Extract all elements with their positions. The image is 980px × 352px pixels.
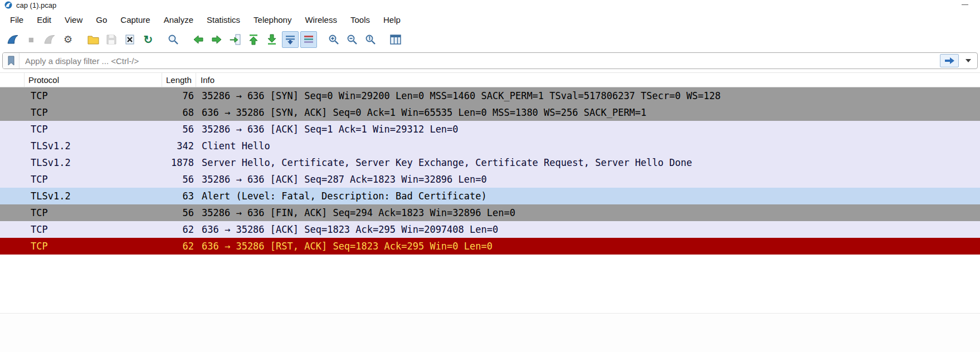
- bookmark-icon: [7, 56, 15, 66]
- close-file-button[interactable]: [121, 31, 138, 48]
- packet-protocol: TLSv1.2: [0, 154, 162, 171]
- zoom-out-button[interactable]: [344, 31, 360, 48]
- gear-icon: ⚙: [64, 35, 72, 45]
- packet-length: 68: [162, 104, 194, 121]
- go-to-packet-icon: [229, 33, 241, 46]
- zoom-in-button[interactable]: [325, 31, 342, 48]
- folder-icon: [87, 35, 99, 45]
- go-forward-button[interactable]: [208, 31, 225, 48]
- zoom-original-button[interactable]: [362, 31, 379, 48]
- colorize-icon: [303, 35, 314, 45]
- packet-list: Protocol Length Info TCP 76 35286 → 636 …: [0, 72, 980, 255]
- stop-capture-button[interactable]: ■: [23, 31, 40, 48]
- auto-scroll-button[interactable]: [282, 31, 299, 48]
- arrow-up-icon: [247, 33, 260, 46]
- apply-filter-button[interactable]: [940, 54, 959, 67]
- filter-dropdown-button[interactable]: [962, 54, 974, 67]
- packet-list-header: Protocol Length Info: [0, 73, 980, 87]
- open-file-button[interactable]: [85, 31, 101, 48]
- restart-icon: [43, 34, 56, 45]
- resize-columns-icon: [390, 35, 401, 45]
- main-toolbar: ■ ⚙ ↻: [0, 29, 980, 50]
- packet-info: Alert (Level: Fatal, Description: Bad Ce…: [194, 188, 980, 204]
- wireshark-app-icon: [4, 1, 12, 9]
- filter-bar-container: [0, 50, 980, 72]
- menu-view[interactable]: View: [58, 12, 89, 28]
- go-last-button[interactable]: [264, 31, 280, 48]
- apply-arrow-icon: [944, 56, 955, 66]
- reload-button[interactable]: ↻: [140, 31, 157, 48]
- save-file-button[interactable]: [103, 31, 120, 48]
- stop-icon: ■: [28, 35, 34, 45]
- title-bar: cap (1).pcap: [0, 0, 980, 10]
- packet-protocol: TCP: [0, 204, 162, 221]
- auto-scroll-icon: [285, 34, 296, 45]
- save-icon: [106, 35, 116, 45]
- go-to-packet-button[interactable]: [227, 31, 243, 48]
- packet-row[interactable]: TCP 56 35286 → 636 [ACK] Seq=287 Ack=182…: [0, 171, 980, 188]
- start-capture-button[interactable]: [4, 31, 21, 48]
- search-icon: [168, 34, 179, 45]
- restart-capture-button[interactable]: [41, 31, 58, 48]
- go-back-button[interactable]: [190, 31, 207, 48]
- resize-columns-button[interactable]: [387, 31, 404, 48]
- packet-row[interactable]: TCP 68 636 → 35286 [SYN, ACK] Seq=0 Ack=…: [0, 104, 980, 121]
- menu-file[interactable]: File: [3, 12, 30, 28]
- arrow-down-icon: [266, 33, 278, 46]
- packet-row[interactable]: TCP 62 636 → 35286 [ACK] Seq=1823 Ack=29…: [0, 221, 980, 238]
- menu-edit[interactable]: Edit: [30, 12, 58, 28]
- column-header-info[interactable]: Info: [196, 73, 980, 87]
- chevron-down-icon: [966, 59, 971, 62]
- menu-help[interactable]: Help: [377, 12, 407, 28]
- packet-row[interactable]: TCP 76 35286 → 636 [SYN] Seq=0 Win=29200…: [0, 87, 980, 104]
- packet-row-selected[interactable]: TLSv1.2 63 Alert (Level: Fatal, Descript…: [0, 188, 980, 204]
- go-first-button[interactable]: [245, 31, 262, 48]
- colorize-button[interactable]: [300, 31, 317, 48]
- minimize-button[interactable]: [957, 0, 973, 5]
- packet-info: 35286 → 636 [SYN] Seq=0 Win=29200 Len=0 …: [194, 87, 980, 104]
- menu-telephony[interactable]: Telephony: [247, 12, 298, 28]
- column-header-protocol[interactable]: Protocol: [25, 73, 162, 87]
- capture-options-button[interactable]: ⚙: [60, 31, 76, 48]
- packet-length: 56: [162, 204, 194, 221]
- header-spacer: [0, 73, 25, 87]
- packet-protocol: TLSv1.2: [0, 188, 162, 204]
- packet-protocol: TCP: [0, 221, 162, 238]
- packet-row[interactable]: TCP 56 35286 → 636 [FIN, ACK] Seq=294 Ac…: [0, 204, 980, 221]
- packet-length: 63: [162, 188, 194, 204]
- packet-protocol: TCP: [0, 104, 162, 121]
- packet-info: 636 → 35286 [SYN, ACK] Seq=0 Ack=1 Win=6…: [194, 104, 980, 121]
- packet-length: 342: [162, 138, 194, 154]
- packet-info: 35286 → 636 [ACK] Seq=287 Ack=1823 Win=3…: [194, 171, 980, 188]
- filter-bookmark-button[interactable]: [3, 53, 19, 69]
- packet-info: Server Hello, Certificate, Server Key Ex…: [194, 154, 980, 171]
- column-header-length[interactable]: Length: [162, 73, 196, 87]
- packet-length: 76: [162, 87, 194, 104]
- packet-row[interactable]: TLSv1.2 342 Client Hello: [0, 138, 980, 154]
- arrow-right-icon: [211, 33, 223, 46]
- window-title: cap (1).pcap: [16, 1, 56, 9]
- packet-protocol: TLSv1.2: [0, 138, 162, 154]
- empty-detail-pane: [0, 313, 980, 352]
- menu-statistics[interactable]: Statistics: [200, 12, 247, 28]
- menu-go[interactable]: Go: [89, 12, 114, 28]
- packet-length: 1878: [162, 154, 194, 171]
- packet-info: 636 → 35286 [ACK] Seq=1823 Ack=295 Win=2…: [194, 221, 980, 238]
- display-filter-input[interactable]: [19, 56, 940, 66]
- packet-row[interactable]: TCP 56 35286 → 636 [ACK] Seq=1 Ack=1 Win…: [0, 121, 980, 138]
- packet-row[interactable]: TLSv1.2 1878 Server Hello, Certificate, …: [0, 154, 980, 171]
- menu-bar: File Edit View Go Capture Analyze Statis…: [0, 10, 980, 29]
- packet-length: 56: [162, 121, 194, 138]
- menu-tools[interactable]: Tools: [344, 12, 377, 28]
- menu-capture[interactable]: Capture: [114, 12, 157, 28]
- close-file-icon: [125, 35, 135, 45]
- find-packet-button[interactable]: [165, 31, 182, 48]
- menu-wireless[interactable]: Wireless: [298, 12, 344, 28]
- packet-protocol: TCP: [0, 121, 162, 138]
- packet-protocol: TCP: [0, 238, 162, 255]
- zoom-original-icon: [365, 34, 376, 45]
- display-filter-bar: [2, 52, 978, 69]
- packet-row[interactable]: TCP 62 636 → 35286 [RST, ACK] Seq=1823 A…: [0, 238, 980, 255]
- packet-length: 62: [162, 238, 194, 255]
- menu-analyze[interactable]: Analyze: [157, 12, 200, 28]
